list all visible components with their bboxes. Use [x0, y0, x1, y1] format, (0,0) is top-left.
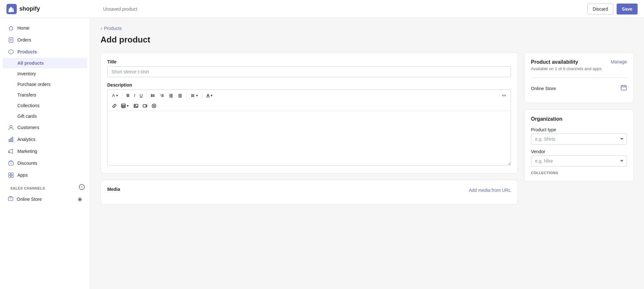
italic-button[interactable]: I — [132, 92, 137, 99]
sidebar-item-customers[interactable]: Customers — [3, 122, 87, 133]
sidebar-item-products[interactable]: Products — [3, 46, 87, 58]
clear-format-button[interactable] — [150, 102, 158, 109]
svg-rect-45 — [134, 104, 138, 107]
product-type-label: Product type — [531, 127, 627, 132]
svg-rect-8 — [12, 137, 13, 142]
manage-link[interactable]: Manage — [610, 59, 627, 64]
eye-icon: ◉ — [78, 196, 82, 202]
toolbar-sep-4 — [202, 92, 203, 99]
source-button[interactable]: <> — [500, 92, 508, 99]
availability-header-row: Product availability Available on 1 of 6… — [531, 59, 627, 75]
description-input[interactable] — [107, 111, 511, 165]
apps-icon — [8, 172, 14, 178]
page-title: Add product — [101, 35, 634, 45]
sidebar-item-all-products[interactable]: All products — [3, 58, 87, 68]
products-icon — [8, 49, 14, 55]
availability-title-group: Product availability Available on 1 of 6… — [531, 59, 601, 75]
sidebar-item-analytics[interactable]: Analytics — [3, 134, 87, 145]
description-label: Description — [107, 82, 511, 88]
availability-subtitle: Available on 1 of 6 channels and apps — [531, 66, 601, 71]
description-toolbar-row1: A ▼ B I U 1.2. — [107, 89, 511, 101]
svg-rect-16 — [8, 197, 13, 201]
organization-title: Organization — [531, 116, 627, 122]
calendar-icon[interactable] — [620, 84, 627, 92]
sidebar-item-purchase-orders[interactable]: Purchase orders — [3, 79, 87, 89]
discard-button[interactable]: Discard — [587, 4, 613, 14]
font-button[interactable]: A ▼ — [110, 92, 120, 99]
unordered-list-button[interactable] — [149, 92, 157, 99]
sidebar-item-apps-label: Apps — [17, 172, 28, 178]
sidebar-item-marketing[interactable]: Marketing — [3, 145, 87, 157]
outdent-button[interactable] — [176, 92, 184, 99]
toolbar-sep-3 — [186, 92, 187, 99]
product-availability-card: Product availability Available on 1 of 6… — [524, 52, 634, 103]
vendor-label: Vendor — [531, 149, 627, 154]
svg-rect-47 — [143, 105, 146, 107]
sidebar-item-online-store[interactable]: Online Store ◉ — [3, 193, 87, 205]
breadcrumb-chevron: ‹ — [101, 26, 102, 31]
toolbar-sep-2 — [147, 92, 147, 99]
media-label: Media — [107, 187, 120, 192]
video-button[interactable] — [141, 102, 149, 109]
image-button[interactable] — [132, 102, 140, 109]
sidebar-item-transfers[interactable]: Transfers — [3, 90, 87, 100]
sidebar-item-all-products-label: All products — [17, 61, 44, 66]
align-button[interactable]: ▼ — [188, 92, 200, 99]
marketing-icon — [8, 148, 14, 154]
breadcrumb[interactable]: ‹ Products — [101, 26, 634, 31]
svg-point-22 — [151, 95, 152, 96]
add-media-url-link[interactable]: Add media from URL — [469, 188, 511, 193]
header-title: Unsaved product — [97, 6, 587, 12]
main-content: ‹ Products Add product Title Description… — [90, 18, 644, 289]
toolbar-sep-1 — [122, 92, 123, 99]
svg-rect-6 — [9, 139, 10, 142]
bold-button[interactable]: B — [125, 92, 131, 99]
ordered-list-button[interactable]: 1.2. — [158, 92, 166, 99]
svg-rect-40 — [121, 104, 125, 108]
logo-text: shopify — [19, 5, 40, 12]
sidebar-item-discounts-label: Discounts — [17, 161, 37, 166]
sidebar-item-orders[interactable]: Orders — [3, 34, 87, 46]
svg-rect-13 — [11, 173, 13, 175]
add-sales-channel-button[interactable]: + — [79, 184, 85, 190]
sales-channels-label: SALES CHANNELS — [5, 182, 50, 191]
sidebar-item-purchase-orders-label: Purchase orders — [17, 82, 51, 87]
sidebar-item-gift-cards-label: Gift cards — [17, 114, 37, 119]
svg-rect-14 — [9, 175, 11, 177]
sidebar-item-inventory[interactable]: Inventory — [3, 69, 87, 79]
link-button[interactable] — [110, 102, 119, 109]
customers-icon — [8, 124, 14, 131]
vendor-field: Vendor e.g. Nike — [531, 149, 627, 166]
underline-button[interactable]: U — [138, 92, 145, 99]
sidebar-item-customers-label: Customers — [17, 125, 39, 130]
sidebar-item-apps[interactable]: Apps — [3, 169, 87, 181]
shopify-logo-icon — [6, 4, 17, 14]
description-toolbar-row2: ▼ — [107, 101, 511, 111]
indent-button[interactable] — [167, 92, 175, 99]
sidebar-item-collections[interactable]: Collections — [3, 100, 87, 111]
table-button[interactable]: ▼ — [119, 102, 131, 109]
save-button[interactable]: Save — [617, 4, 638, 14]
orders-icon — [8, 37, 14, 43]
breadcrumb-label: Products — [104, 26, 122, 31]
sidebar-item-orders-label: Orders — [17, 37, 31, 42]
sidebar-item-transfers-label: Transfers — [17, 92, 36, 98]
sidebar-item-gift-cards[interactable]: Gift cards — [3, 111, 87, 121]
sidebar-item-home[interactable]: Home — [3, 22, 87, 34]
vendor-select[interactable]: e.g. Nike — [531, 155, 627, 166]
svg-rect-12 — [9, 173, 11, 175]
sidebar-item-discounts[interactable]: Discounts — [3, 157, 87, 169]
top-header: shopify Unsaved product Discard Save — [0, 0, 644, 18]
online-store-label: Online Store — [17, 197, 42, 202]
font-a-icon: A — [112, 93, 115, 98]
svg-text:2.: 2. — [160, 95, 161, 96]
svg-point-46 — [135, 105, 135, 106]
header-actions: Discard Save — [587, 4, 638, 14]
product-details-card: Title Description A ▼ B I U — [101, 52, 518, 173]
content-grid: Title Description A ▼ B I U — [101, 52, 634, 204]
text-color-button[interactable]: A ▼ — [205, 92, 215, 99]
svg-point-21 — [151, 94, 152, 95]
app-body: Home Orders Products All products Invent… — [0, 18, 644, 289]
title-input[interactable] — [107, 66, 511, 77]
product-type-select[interactable]: e.g. Shirts — [531, 134, 627, 144]
